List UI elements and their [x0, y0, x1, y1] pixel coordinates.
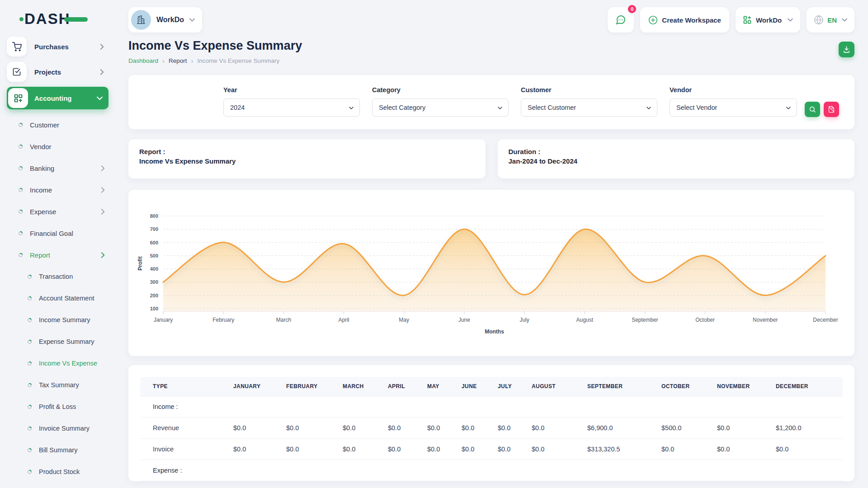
reset-filter-button[interactable]: [824, 102, 839, 117]
report-card-value: Income Vs Expense Summary: [139, 157, 475, 165]
section-label: Expense :: [140, 460, 843, 481]
table-row: Invoice$0.0$0.0$0.0$0.0$0.0$0.0$0.0$0.0$…: [140, 439, 843, 460]
page-header: Income Vs Expense Summary Dashboard › Re…: [128, 39, 854, 64]
svg-text:400: 400: [150, 266, 158, 272]
sidebar-item-account-statement[interactable]: Account Statement: [7, 287, 108, 309]
cell-value: $0.0: [338, 439, 383, 460]
messages-button[interactable]: 0: [608, 7, 634, 33]
duration-summary-card: Duration : Jan-2024 to Dec-2024: [498, 139, 855, 178]
cell-value: $0.0: [423, 418, 457, 439]
cell-value: $0.0: [657, 439, 712, 460]
sidebar-item-label: Expense Summary: [39, 338, 94, 345]
apply-filter-button[interactable]: [805, 102, 820, 117]
chevron-right-icon: ›: [162, 57, 165, 64]
duration-card-title: Duration :: [509, 148, 844, 155]
create-workspace-button[interactable]: Create Workspace: [640, 7, 729, 33]
sidebar-item-cash-flow[interactable]: Cash Flow: [7, 483, 108, 488]
sidebar-item-label: Bill Summary: [39, 446, 77, 454]
category-select[interactable]: Select Category: [372, 99, 509, 117]
main-content: WorkDo 0 Create Workspace: [128, 0, 868, 488]
bullet-icon: [27, 274, 32, 279]
tasks-icon: [7, 62, 27, 82]
page-title: Income Vs Expense Summary: [128, 39, 302, 53]
cell-value: $0.0: [282, 418, 338, 439]
chevron-right-icon: [101, 252, 105, 258]
sidebar-item-accounting[interactable]: Accounting: [7, 87, 108, 109]
language-selector[interactable]: EN: [807, 7, 854, 33]
sidebar-item-profit-loss[interactable]: Profit & Loss: [7, 396, 108, 418]
sidebar-item-report[interactable]: Report: [7, 244, 108, 266]
sidebar-item-customer[interactable]: Customer: [7, 114, 108, 136]
breadcrumb-report[interactable]: Report: [169, 57, 187, 64]
app-root: DASH Purchases Projects: [0, 0, 868, 488]
customer-select[interactable]: Select Customer: [521, 99, 657, 117]
download-report-button[interactable]: [839, 42, 854, 57]
sidebar-item-projects[interactable]: Projects: [7, 61, 108, 82]
workspace-selector[interactable]: WorkDo: [128, 7, 202, 33]
sidebar-item-tax-summary[interactable]: Tax Summary: [7, 374, 108, 396]
sidebar-item-vendor[interactable]: Vendor: [7, 136, 108, 157]
bullet-icon: [27, 448, 32, 453]
sidebar-item-label: Accounting: [34, 94, 72, 102]
column-header: AUGUST: [527, 377, 583, 396]
topbar: WorkDo 0 Create Workspace: [128, 7, 854, 33]
sidebar-item-financial-goal[interactable]: Financial Goal: [7, 222, 108, 244]
chevron-right-icon: [101, 187, 105, 193]
svg-text:April: April: [338, 317, 349, 323]
sidebar-item-expense-summary[interactable]: Expense Summary: [7, 331, 108, 352]
download-icon: [843, 46, 850, 53]
sidebar-submenu: CustomerVendorBankingIncomeExpenseFinanc…: [7, 114, 128, 488]
sidebar-item-label: Purchases: [34, 43, 69, 51]
report-table: TYPEJANUARYFEBRUARYMARCHAPRILMAYJUNEJULY…: [140, 377, 843, 481]
breadcrumb: Dashboard › Report › Income Vs Expense S…: [128, 57, 302, 64]
svg-text:March: March: [276, 317, 291, 323]
category-label: Category: [372, 86, 509, 94]
sidebar-item-income[interactable]: Income: [7, 179, 108, 201]
vendor-select[interactable]: Select Vendor: [670, 99, 797, 117]
sidebar-item-invoice-summary[interactable]: Invoice Summary: [7, 418, 108, 439]
svg-text:October: October: [695, 317, 715, 323]
sidebar-item-banking[interactable]: Banking: [7, 157, 108, 179]
sidebar-item-income-vs-expense[interactable]: Income Vs Expense: [7, 352, 108, 374]
breadcrumb-dashboard[interactable]: Dashboard: [128, 57, 158, 64]
bullet-icon: [18, 144, 23, 149]
sidebar-item-income-summary[interactable]: Income Summary: [7, 309, 108, 331]
file-remove-icon: [828, 106, 835, 113]
sidebar-item-bill-summary[interactable]: Bill Summary: [7, 439, 108, 461]
sidebar-item-purchases[interactable]: Purchases: [7, 36, 108, 57]
svg-text:July: July: [519, 317, 529, 323]
app-logo: DASH: [19, 7, 128, 31]
sidebar-item-product-stock[interactable]: Product Stock: [7, 461, 108, 483]
table-section-row: Expense :: [140, 460, 843, 481]
customer-label: Customer: [521, 86, 657, 94]
sidebar-item-label: Customer: [30, 121, 59, 129]
bullet-icon: [27, 318, 32, 323]
workspace-name: WorkDo: [156, 16, 184, 24]
cell-value: $500.0: [657, 418, 712, 439]
cell-value: $313,320.5: [583, 439, 657, 460]
column-header: TYPE: [140, 377, 229, 396]
sidebar-item-expense[interactable]: Expense: [7, 201, 108, 222]
column-header: MAY: [423, 377, 457, 396]
svg-text:November: November: [753, 317, 778, 323]
sidebar-item-transaction[interactable]: Transaction: [7, 266, 108, 287]
column-header: SEPTEMBER: [583, 377, 657, 396]
svg-text:August: August: [576, 317, 594, 323]
chevron-down-icon: [842, 18, 847, 22]
app-switcher[interactable]: WorkDo: [736, 7, 800, 33]
category-select-value: Select Category: [379, 104, 425, 111]
logo-text: DASH: [24, 10, 71, 28]
year-select[interactable]: 2024: [223, 99, 360, 117]
column-header: DECEMBER: [771, 377, 843, 396]
logo-dash-icon: [64, 17, 88, 22]
svg-text:January: January: [154, 317, 173, 323]
sidebar-nav: Purchases Projects Accounting: [7, 36, 128, 488]
vendor-select-value: Select Vendor: [676, 104, 717, 111]
sidebar-item-label: Vendor: [30, 143, 52, 150]
row-label: Invoice: [140, 439, 229, 460]
bullet-icon: [18, 253, 23, 258]
chevron-down-icon: [497, 105, 503, 112]
cell-value: $0.0: [282, 439, 338, 460]
bullet-icon: [27, 426, 32, 431]
year-select-value: 2024: [230, 104, 245, 111]
